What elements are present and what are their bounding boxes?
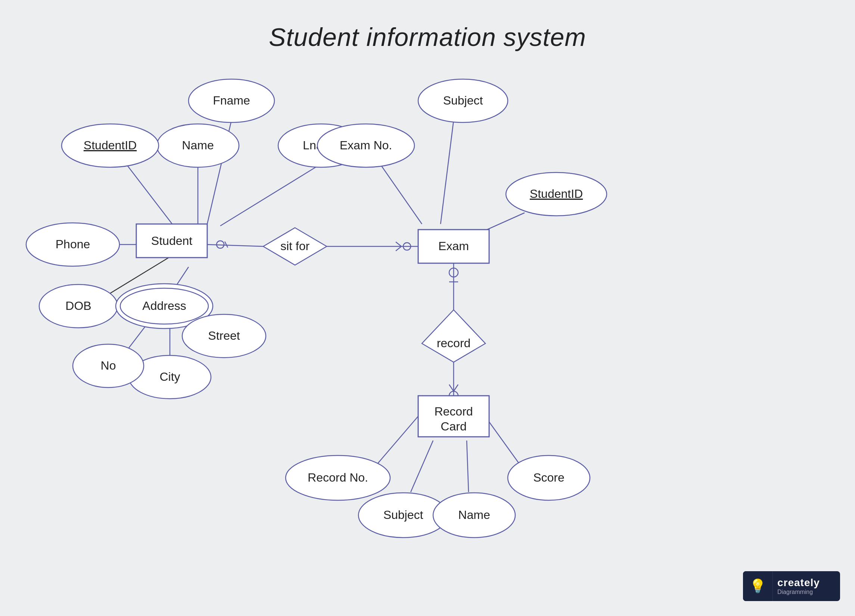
svg-line-3 <box>127 165 174 226</box>
fname-label: Fname <box>213 94 250 107</box>
no-label: No <box>101 359 116 372</box>
subject2-label: Subject <box>383 508 423 521</box>
svg-line-27 <box>373 416 418 469</box>
street-label: Street <box>208 329 240 342</box>
exam-no-label: Exam No. <box>340 138 392 152</box>
logo-brand-name: creately <box>777 577 820 589</box>
svg-line-6 <box>175 267 188 287</box>
creately-logo: 💡 creately Diagramming <box>743 571 840 601</box>
city-label: City <box>159 370 180 383</box>
record-label: record <box>437 336 471 350</box>
name2-label: Name <box>458 508 490 521</box>
record-card-label: Record <box>434 405 473 418</box>
score-label: Score <box>533 471 564 484</box>
svg-line-10 <box>207 245 263 247</box>
subject1-label: Subject <box>443 94 483 107</box>
name-label: Name <box>182 138 214 152</box>
svg-line-30 <box>489 422 523 469</box>
record-no-label: Record No. <box>308 471 368 484</box>
er-diagram: Student Exam Record Card sit for record … <box>0 0 855 616</box>
record-diamond <box>422 310 486 362</box>
record-card-label2: Card <box>441 420 466 433</box>
svg-line-2 <box>220 165 319 226</box>
bulb-icon: 💡 <box>749 578 766 594</box>
student-label: Student <box>151 234 192 248</box>
svg-line-28 <box>411 441 433 492</box>
exam-label: Exam <box>438 239 469 253</box>
address-label: Address <box>142 299 186 313</box>
logo-icon-area: 💡 <box>743 571 773 601</box>
logo-tagline: Diagramming <box>777 589 820 596</box>
svg-line-24 <box>449 385 454 391</box>
svg-line-29 <box>467 441 469 492</box>
logo-text-area: creately Diagramming <box>773 577 820 596</box>
dob-label: DOB <box>65 299 91 313</box>
student-id2-label: StudentID <box>530 187 583 201</box>
student-id-label: StudentID <box>84 138 136 152</box>
svg-line-15 <box>396 247 401 251</box>
svg-line-25 <box>454 385 458 391</box>
svg-line-14 <box>396 242 401 247</box>
sit-for-label: sit for <box>280 239 310 253</box>
svg-line-12 <box>225 242 228 248</box>
svg-line-17 <box>381 165 422 224</box>
svg-line-18 <box>441 120 454 224</box>
phone-label: Phone <box>56 238 90 251</box>
